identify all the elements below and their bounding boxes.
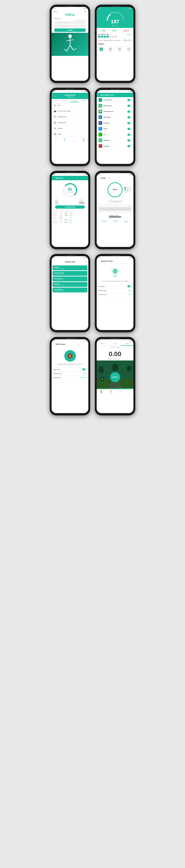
day-6: S <box>112 35 114 38</box>
tab-bright-sn[interactable]: Bright sn <box>52 99 61 102</box>
twitter-toggle[interactable] <box>127 128 132 130</box>
workout-tabs: WALK RUN BIKE <box>97 342 133 346</box>
tab-bike[interactable]: BIKE <box>121 342 133 346</box>
msg-back-button[interactable]: ← <box>98 94 100 96</box>
line-toggle[interactable] <box>127 134 132 136</box>
menu-remote-photo[interactable]: 📷 Remote Take Photos › <box>52 108 88 114</box>
habit-add-button[interactable]: + <box>85 260 87 263</box>
stop-measuring-button[interactable]: STOP MEASURING <box>55 206 85 209</box>
register-link[interactable]: register <box>53 11 57 12</box>
msg-calls[interactable]: 📞 Calls Remind <box>97 97 133 103</box>
menu-remove[interactable]: ✂ Remove › <box>52 126 88 131</box>
phone-workout: 9:41 ▲▲▲ WALK RUN BIKE ☁ Unknown weather… <box>95 337 135 415</box>
tab-do-mode[interactable]: DO mode <box>61 99 70 102</box>
dnd-end-time-row[interactable]: Ending Time Next 08:00 <box>52 376 88 380</box>
tab-long-sit[interactable]: Long sit R. <box>79 99 88 102</box>
sms-toggle[interactable] <box>127 105 132 107</box>
steps-status-icons: ▲▲▲ <box>129 8 132 9</box>
workout-nav-home[interactable]: 🏠 home <box>100 390 103 394</box>
deep-legend: Deep 0% <box>125 187 131 189</box>
more-icon: ⋯ <box>127 48 130 51</box>
instagram-icon: 📷 <box>99 144 102 148</box>
bnav-sport[interactable]: 🏃 sport <box>82 138 85 142</box>
login-screen: 9:41 ▲▲▲ register Skip FitPro Mailbox lo… <box>52 7 88 81</box>
menu-reset-device[interactable]: 🔄 Reset Device › <box>52 120 88 126</box>
instagram-toggle[interactable] <box>127 145 132 147</box>
msg-push-header: ← Message Push <box>97 93 133 97</box>
msg-facebook[interactable]: f Facebook <box>97 120 133 126</box>
qq-icon: 🐧 <box>99 115 102 119</box>
phone-dnd: 9:41 ▲▲▲ ← DND mode 🔕 You will not recei… <box>50 337 90 415</box>
nav-home[interactable]: 🏠 home <box>100 48 103 52</box>
dnd-start-time-row[interactable]: Starting Time 22:00 <box>52 372 88 376</box>
svg-point-16 <box>99 366 104 373</box>
calls-toggle[interactable] <box>127 99 132 101</box>
msg-instagram[interactable]: 📷 Instagram <box>97 143 133 149</box>
spo2-area: Spo2 SpO2 90% <box>55 199 59 204</box>
camera-icon: 📷 <box>53 110 57 113</box>
nav-sleep[interactable]: 🌙 Sleep <box>118 48 121 52</box>
phone-message-push: 9:41 ▲▲▲ ← Message Push 📞 Calls Remind ✉ <box>95 88 135 166</box>
tab-walk[interactable]: WALK <box>97 342 109 345</box>
bnav-info[interactable]: ℹ info <box>55 138 56 142</box>
start-workout-button[interactable]: START <box>110 372 120 382</box>
msg-qq[interactable]: 🐧 QQ Remind <box>97 115 133 120</box>
bright-back-button[interactable]: ← <box>98 260 100 262</box>
ending-time-row[interactable]: Ending Time 22:00 <box>97 292 133 297</box>
deep-dot <box>125 187 126 189</box>
bell-off-icon: 🔕 <box>64 350 76 362</box>
whatsapp-toggle[interactable] <box>127 140 132 142</box>
sleep-quality-value: None <box>113 188 117 190</box>
habit-bed-early[interactable]: Go to bed early Has adhered to 0 days › <box>52 271 87 276</box>
bnav-more[interactable]: ⋯ More <box>73 138 75 142</box>
starting-time-row[interactable]: Starting Time 08:00 <box>97 289 133 292</box>
bnav-more-label: More <box>73 141 75 142</box>
workout-nav-more[interactable]: ⋯ more <box>128 390 130 394</box>
sleep-date-range: 00-10 <box>108 178 111 179</box>
facebook-toggle[interactable] <box>127 122 132 124</box>
password-input[interactable]: Please input a password <box>54 25 85 28</box>
msg-whatsapp[interactable]: W Whatsapp <box>97 137 133 143</box>
msg-wechat[interactable]: 💬 Wechat Remind <box>97 109 133 115</box>
workout-more-icon: ⋯ <box>128 390 130 393</box>
bnav-set-label: set <box>64 141 65 142</box>
bnav-set[interactable]: ⚙ set <box>63 138 66 142</box>
wechat-toggle[interactable] <box>127 111 132 113</box>
blood-val: 84/101 <box>79 202 85 204</box>
habit-breakfast[interactable]: Eat breakfast Has adhered to 0 days › <box>52 287 87 292</box>
nav-sport[interactable]: 🏃 sport <box>109 48 112 52</box>
sleep-chart <box>97 204 133 213</box>
email-input[interactable]: Please enter the correct mailbox <box>54 21 85 24</box>
workout-nav-heart[interactable]: ❤ heart <box>119 390 121 394</box>
habit-reading[interactable]: Reading Has adhered to 0 days › <box>52 282 87 287</box>
measure-back-button[interactable]: ← <box>53 177 55 179</box>
login-button[interactable]: LOGIN <box>54 28 85 32</box>
awake-bar-label: Awake <box>124 222 128 223</box>
sleep-back-button[interactable]: ← <box>98 177 100 179</box>
settings-gear-button[interactable]: ⚙ <box>100 377 104 381</box>
habit-get-up-early[interactable]: Get up early Has adhered to 0 days › <box>52 277 87 281</box>
skip-link[interactable]: Skip <box>84 11 86 12</box>
workout-home-label: home <box>100 393 102 394</box>
no-more-data-button[interactable]: no more data <box>107 200 123 203</box>
forget-password-link[interactable]: Forget the password? <box>54 20 85 21</box>
menu-message-push[interactable]: 💬 Message Push › <box>52 114 88 120</box>
msg-status-bar: 9:41 ▲▲▲ <box>97 90 133 93</box>
menu-find[interactable]: 🔍 Find › <box>52 102 88 108</box>
qq-toggle[interactable] <box>127 116 132 118</box>
svg-line-6 <box>74 49 76 50</box>
nav-more[interactable]: ⋯ more <box>127 48 130 52</box>
calls-icon: 📞 <box>99 98 102 102</box>
habit-hydrate[interactable]: Hydrate Has adhered to 0 days › <box>52 266 87 270</box>
habit-back-button[interactable]: ← <box>53 261 55 263</box>
dnd-back-button[interactable]: ← <box>53 343 55 345</box>
msg-twitter[interactable]: t Twitter <box>97 126 133 132</box>
workout-nav-motion[interactable]: 🏃 Motion <box>109 390 112 394</box>
menu-other[interactable]: ⚙ Other › <box>52 131 88 137</box>
activity-toggle[interactable] <box>127 285 132 287</box>
dnd-toggle[interactable] <box>82 368 86 370</box>
tab-alarms[interactable]: alarms <box>70 99 79 102</box>
msg-sms[interactable]: ✉ SMS Remind <box>97 103 133 109</box>
tab-run[interactable]: RUN <box>109 342 121 345</box>
msg-line[interactable]: L Line <box>97 132 133 137</box>
